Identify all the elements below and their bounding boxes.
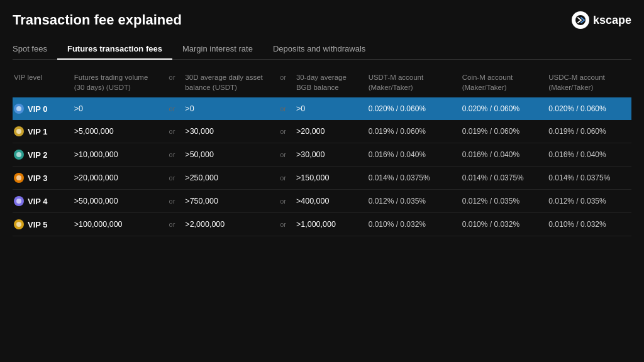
vip-icon-1 xyxy=(14,126,24,136)
cell-avg-daily-2: >50,000 xyxy=(181,143,274,167)
vip-label-1: VIP 1 xyxy=(28,127,48,136)
cell-coin-fee-0: 0.020% / 0.060% xyxy=(458,97,545,120)
cell-usdc-fee-3: 0.014% / 0.0375% xyxy=(545,167,631,190)
cell-bgb-4: >400,000 xyxy=(292,190,365,213)
cell-or2-0: or xyxy=(274,97,292,120)
cell-usdt-fee-1: 0.019% / 0.060% xyxy=(365,120,458,143)
cell-or2-3: or xyxy=(274,167,292,190)
cell-futures-vol-5: >100,000,000 xyxy=(70,213,163,236)
cell-avg-daily-3: >250,000 xyxy=(181,167,274,190)
cell-bgb-0: >0 xyxy=(292,97,365,120)
logo-icon xyxy=(572,11,589,29)
th-vip-level: VIP level xyxy=(13,67,70,97)
cell-coin-fee-1: 0.019% / 0.060% xyxy=(458,120,545,143)
cell-or2-2: or xyxy=(274,143,292,167)
cell-bgb-5: >1,000,000 xyxy=(292,213,365,236)
vip-icon-0 xyxy=(14,104,24,114)
svg-point-4 xyxy=(16,175,21,180)
cell-vip-5: VIP 5 xyxy=(13,213,70,236)
cell-futures-vol-4: >50,000,000 xyxy=(70,190,163,213)
cell-usdc-fee-4: 0.012% / 0.035% xyxy=(545,190,631,213)
table-row: VIP 5 >100,000,000or>2,000,000or>1,000,0… xyxy=(13,213,631,236)
svg-point-2 xyxy=(16,129,21,134)
tab-deposits[interactable]: Deposits and withdrawals xyxy=(263,39,375,60)
cell-usdt-fee-4: 0.012% / 0.035% xyxy=(365,190,458,213)
vip-label-4: VIP 4 xyxy=(28,197,48,206)
svg-point-1 xyxy=(16,106,21,111)
vip-label-3: VIP 3 xyxy=(28,173,48,183)
cell-vip-0: VIP 0 xyxy=(13,97,70,120)
cell-futures-vol-2: >10,000,000 xyxy=(70,143,163,167)
cell-vip-4: VIP 4 xyxy=(13,190,70,213)
cell-usdt-fee-2: 0.016% / 0.040% xyxy=(365,143,458,167)
vip-label-5: VIP 5 xyxy=(28,220,48,229)
tab-spot[interactable]: Spot fees xyxy=(13,39,57,60)
logo-text: kscape xyxy=(593,14,631,27)
cell-futures-vol-1: >5,000,000 xyxy=(70,120,163,143)
table-row: VIP 0 >0or>0or>00.020% / 0.060%0.020% / … xyxy=(13,97,631,120)
cell-coin-fee-3: 0.014% / 0.0375% xyxy=(458,167,545,190)
cell-usdc-fee-2: 0.016% / 0.040% xyxy=(545,143,631,167)
header: Transaction fee explained kscape xyxy=(13,11,631,29)
cell-or1-3: or xyxy=(163,167,182,190)
cell-or1-0: or xyxy=(163,97,182,120)
vip-icon-2 xyxy=(14,150,24,160)
cell-vip-2: VIP 2 xyxy=(13,143,70,167)
cell-futures-vol-3: >20,000,000 xyxy=(70,167,163,190)
th-futures-volume: Futures trading volume (30 days) (USDT) xyxy=(70,67,163,97)
table-row: VIP 1 >5,000,000or>30,000or>20,0000.019%… xyxy=(13,120,631,143)
cell-usdc-fee-0: 0.020% / 0.060% xyxy=(545,97,631,120)
cell-coin-fee-4: 0.012% / 0.035% xyxy=(458,190,545,213)
cell-or1-5: or xyxy=(163,213,182,236)
cell-vip-3: VIP 3 xyxy=(13,167,70,190)
table-header-row: VIP level Futures trading volume (30 day… xyxy=(13,67,631,97)
th-or-1: or xyxy=(163,67,182,97)
svg-point-3 xyxy=(16,152,21,157)
table-row: VIP 2 >10,000,000or>50,000or>30,0000.016… xyxy=(13,143,631,167)
th-usdc-account: USDC-M account (Maker/Taker) xyxy=(545,67,631,97)
cell-usdt-fee-5: 0.010% / 0.032% xyxy=(365,213,458,236)
cell-bgb-3: >150,000 xyxy=(292,167,365,190)
cell-usdc-fee-1: 0.019% / 0.060% xyxy=(545,120,631,143)
th-coin-account: Coin-M account (Maker/Taker) xyxy=(458,67,545,97)
svg-point-6 xyxy=(16,222,21,227)
svg-point-5 xyxy=(16,199,21,204)
cell-or2-5: or xyxy=(274,213,292,236)
th-usdt-account: USDT-M account (Maker/Taker) xyxy=(365,67,458,97)
cell-or1-2: or xyxy=(163,143,182,167)
cell-or1-4: or xyxy=(163,190,182,213)
cell-vip-1: VIP 1 xyxy=(13,120,70,143)
th-or-2: or xyxy=(274,67,292,97)
tab-margin[interactable]: Margin interest rate xyxy=(172,39,263,60)
fee-table: VIP level Futures trading volume (30 day… xyxy=(13,67,631,236)
cell-or2-1: or xyxy=(274,120,292,143)
th-bgb-balance: 30-day average BGB balance xyxy=(292,67,365,97)
cell-usdt-fee-0: 0.020% / 0.060% xyxy=(365,97,458,120)
tab-futures[interactable]: Futures transaction fees xyxy=(57,39,172,60)
vip-label-2: VIP 2 xyxy=(28,150,48,160)
cell-or2-4: or xyxy=(274,190,292,213)
cell-avg-daily-0: >0 xyxy=(181,97,274,120)
table-container: VIP level Futures trading volume (30 day… xyxy=(13,67,631,236)
cell-avg-daily-4: >750,000 xyxy=(181,190,274,213)
table-body: VIP 0 >0or>0or>00.020% / 0.060%0.020% / … xyxy=(13,97,631,236)
cell-avg-daily-5: >2,000,000 xyxy=(181,213,274,236)
cell-or1-1: or xyxy=(163,120,182,143)
cell-bgb-2: >30,000 xyxy=(292,143,365,167)
th-avg-daily: 30D average daily asset balance (USDT) xyxy=(181,67,274,97)
cell-coin-fee-2: 0.016% / 0.040% xyxy=(458,143,545,167)
cell-coin-fee-5: 0.010% / 0.032% xyxy=(458,213,545,236)
vip-icon-5 xyxy=(14,219,24,229)
cell-avg-daily-1: >30,000 xyxy=(181,120,274,143)
logo: kscape xyxy=(572,11,631,29)
cell-usdc-fee-5: 0.010% / 0.032% xyxy=(545,213,631,236)
cell-bgb-1: >20,000 xyxy=(292,120,365,143)
table-row: VIP 4 >50,000,000or>750,000or>400,0000.0… xyxy=(13,190,631,213)
page-container: Transaction fee explained kscape Spot fe… xyxy=(0,0,644,362)
vip-icon-4 xyxy=(14,196,24,206)
cell-usdt-fee-3: 0.014% / 0.0375% xyxy=(365,167,458,190)
table-row: VIP 3 >20,000,000or>250,000or>150,0000.0… xyxy=(13,167,631,190)
vip-icon-3 xyxy=(14,173,24,183)
page-title: Transaction fee explained xyxy=(13,12,182,28)
tab-bar: Spot fees Futures transaction fees Margi… xyxy=(13,39,631,60)
